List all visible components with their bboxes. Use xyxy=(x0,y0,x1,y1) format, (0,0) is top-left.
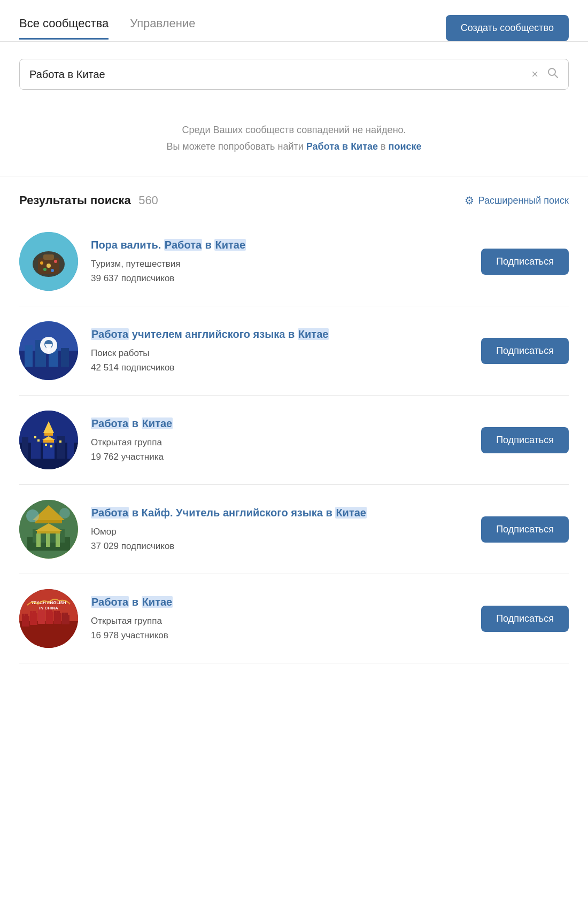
result-info: Работа учителем английского языка в Кита… xyxy=(91,327,468,375)
svg-rect-34 xyxy=(50,445,52,447)
svg-rect-13 xyxy=(25,345,33,367)
results-header: Результаты поиска 560 ⚙ Расширенный поис… xyxy=(0,176,588,217)
search-submit-button[interactable] xyxy=(547,67,559,82)
avatar: TEACH ENGLISH IN CHINA xyxy=(19,589,78,648)
result-info: Работа в Кайф. Учитель английского языка… xyxy=(91,505,468,553)
search-input[interactable] xyxy=(29,68,531,81)
result-info: Работа в Китае Открытая группа 16 978 уч… xyxy=(91,594,468,643)
svg-point-46 xyxy=(26,509,39,522)
svg-rect-62 xyxy=(54,613,61,624)
result-category: Туризм, путешествия xyxy=(91,257,468,271)
list-item: Пора валить. Работа в Китае Туризм, путе… xyxy=(19,217,569,306)
svg-rect-53 xyxy=(30,613,37,625)
result-subscribers: 39 637 подписчиков xyxy=(91,271,468,285)
results-list: Пора валить. Работа в Китае Туризм, путе… xyxy=(0,217,588,663)
result-name[interactable]: Пора валить. Работа в Китае xyxy=(91,237,468,252)
svg-rect-26 xyxy=(67,440,74,459)
no-results-query-link[interactable]: Работа в Китае xyxy=(306,141,378,152)
svg-rect-64 xyxy=(57,611,60,614)
svg-rect-32 xyxy=(37,439,40,442)
create-community-button[interactable]: Создать сообщество xyxy=(446,15,569,41)
avatar xyxy=(19,411,78,469)
filter-icon: ⚙ xyxy=(465,194,474,207)
search-clear-icon[interactable]: × xyxy=(531,67,538,81)
svg-rect-55 xyxy=(33,611,36,614)
svg-rect-67 xyxy=(65,613,68,615)
tab-management[interactable]: Управление xyxy=(130,17,195,40)
result-category: Поиск работы xyxy=(91,346,468,360)
svg-rect-22 xyxy=(22,437,28,459)
subscribe-button[interactable]: Подписаться xyxy=(481,516,569,543)
svg-point-6 xyxy=(40,261,43,265)
svg-rect-40 xyxy=(35,520,62,523)
svg-rect-28 xyxy=(44,433,53,436)
svg-point-7 xyxy=(47,264,51,268)
svg-rect-43 xyxy=(36,533,41,547)
search-bar: × xyxy=(19,59,569,90)
svg-point-10 xyxy=(51,269,54,272)
svg-rect-42 xyxy=(37,531,60,533)
result-info: Работа в Китае Открытая группа 19 762 уч… xyxy=(91,416,468,464)
subscribe-button[interactable]: Подписаться xyxy=(481,338,569,364)
no-results-line1: Среди Ваших сообществ совпадений не найд… xyxy=(19,122,569,138)
avatar xyxy=(19,500,78,559)
svg-point-8 xyxy=(54,260,57,263)
advanced-search-label: Расширенный поиск xyxy=(478,195,569,206)
tab-all-communities[interactable]: Все сообщества xyxy=(19,17,109,40)
svg-point-47 xyxy=(59,508,70,519)
result-category: Открытая группа xyxy=(91,435,468,450)
svg-rect-16 xyxy=(61,348,69,367)
results-count: 560 xyxy=(138,194,158,207)
result-subscribers: 42 514 подписчиков xyxy=(91,360,468,375)
svg-rect-23 xyxy=(31,431,41,459)
subscribe-button[interactable]: Подписаться xyxy=(481,606,569,632)
svg-rect-31 xyxy=(34,436,36,438)
svg-rect-50 xyxy=(22,616,29,627)
result-name[interactable]: Работа в Китае xyxy=(91,416,468,431)
result-name[interactable]: Работа учителем английского языка в Кита… xyxy=(91,327,468,342)
result-name[interactable]: Работа в Кайф. Учитель английского языка… xyxy=(91,505,468,520)
tabs-left: Все сообщества Управление xyxy=(19,17,196,40)
subscribe-button[interactable]: Подписаться xyxy=(481,249,569,275)
result-subscribers: 37 029 подписчиков xyxy=(91,539,468,553)
result-subscribers: 16 978 участников xyxy=(91,628,468,643)
result-category: Юмор xyxy=(91,524,468,539)
avatar xyxy=(19,232,78,291)
svg-rect-5 xyxy=(43,254,54,260)
svg-rect-56 xyxy=(38,610,45,624)
list-item: Работа учителем английского языка в Кита… xyxy=(19,306,569,396)
search-section: × xyxy=(0,42,588,100)
svg-rect-52 xyxy=(25,614,28,616)
svg-point-9 xyxy=(43,268,47,271)
no-results-line2: Вы можете попробовать найти Работа в Кит… xyxy=(19,138,569,155)
svg-rect-65 xyxy=(62,615,69,624)
svg-rect-30 xyxy=(43,440,54,443)
svg-rect-59 xyxy=(46,612,53,624)
svg-rect-45 xyxy=(56,533,60,547)
results-title: Результаты поиска xyxy=(19,194,131,207)
no-results-search-link[interactable]: поиске xyxy=(389,141,422,152)
avatar xyxy=(19,321,78,380)
result-name[interactable]: Работа в Китае xyxy=(91,594,468,609)
svg-rect-54 xyxy=(30,611,33,614)
svg-line-1 xyxy=(555,75,558,78)
list-item: TEACH ENGLISH IN CHINA Работа в Китае От… xyxy=(19,574,569,663)
list-item: Работа в Китае Открытая группа 19 762 уч… xyxy=(19,396,569,485)
svg-rect-44 xyxy=(46,533,50,547)
list-item: Работа в Кайф. Учитель английского языка… xyxy=(19,485,569,574)
svg-rect-51 xyxy=(22,614,25,616)
tabs-section: Все сообщества Управление Создать сообще… xyxy=(0,0,588,42)
results-title-area: Результаты поиска 560 xyxy=(19,194,158,207)
no-results-message: Среди Ваших сообществ совпадений не найд… xyxy=(0,100,588,176)
result-subscribers: 19 762 участника xyxy=(91,450,468,464)
svg-rect-25 xyxy=(57,436,65,459)
svg-rect-33 xyxy=(45,444,47,446)
result-info: Пора валить. Работа в Китае Туризм, путе… xyxy=(91,237,468,285)
svg-rect-63 xyxy=(54,611,57,614)
svg-text:IN CHINA: IN CHINA xyxy=(39,606,58,610)
result-category: Открытая группа xyxy=(91,614,468,628)
svg-rect-66 xyxy=(62,613,65,615)
advanced-search-link[interactable]: ⚙ Расширенный поиск xyxy=(465,194,569,207)
subscribe-button[interactable]: Подписаться xyxy=(481,427,569,453)
svg-rect-35 xyxy=(59,440,61,443)
